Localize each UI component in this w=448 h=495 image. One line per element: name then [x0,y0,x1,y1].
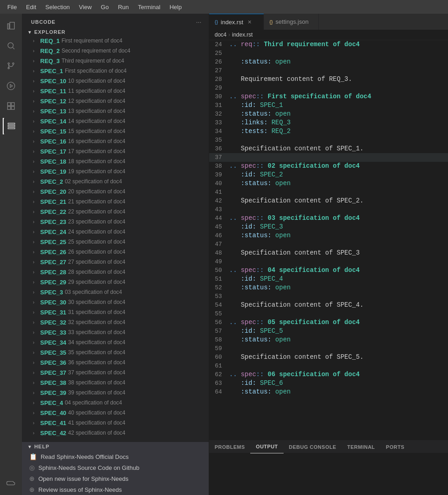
menu-edit[interactable]: Edit [22,2,40,12]
activity-extensions-icon[interactable] [3,98,19,114]
line-number: 53 [209,292,229,301]
tree-item[interactable]: ›SPEC_1313 specification of doc4 [22,106,209,116]
help-item[interactable]: ⊕Review issues of Sphinx-Needs [22,484,209,495]
tree-item-chevron-icon: › [33,300,38,305]
tree-item[interactable]: ›SPEC_1010 specification of doc4 [22,76,209,86]
breadcrumb-item-doc4[interactable]: doc4 [215,32,227,38]
tree-item-name: SPEC_10 [40,78,66,85]
help-section-header[interactable]: ▼ HELP [22,442,209,451]
tree-item-chevron-icon: › [33,79,38,84]
tree-item[interactable]: ›SPEC_3232 specification of doc4 [22,317,209,327]
tree-item[interactable]: ›SPEC_2727 specification of doc4 [22,257,209,267]
tree-item[interactable]: ›SPEC_1717 specification of doc4 [22,146,209,156]
breadcrumb-item-indexrst[interactable]: index.rst [232,32,253,38]
help-item[interactable]: 📋Read Sphinx-Needs Official Docs [22,451,209,462]
tree-item[interactable]: ›SPEC_404 specification of doc4 [22,398,209,408]
tree-item-desc: 03 specification of doc4 [65,289,122,295]
tree-item[interactable]: ›SPEC_3131 specification of doc4 [22,307,209,317]
tree-item[interactable]: ›SPEC_2929 specification of doc4 [22,277,209,287]
tree-item[interactable]: ›SPEC_3939 specification of doc4 [22,388,209,398]
activity-docker-icon[interactable] [3,475,19,491]
tree-item[interactable]: ›SPEC_2020 specification of doc4 [22,186,209,197]
tree-item[interactable]: ›SPEC_3535 specification of doc4 [22,347,209,357]
panel-tab-output[interactable]: OUTPUT [250,441,283,453]
menu-file[interactable]: File [4,2,21,12]
tree-item[interactable]: ›SPEC_2222 specification of doc4 [22,207,209,217]
panel-tab-ports[interactable]: PORTS [380,441,410,453]
code-line: 25 [209,49,448,58]
tree-item[interactable]: ›SPEC_2828 specification of doc4 [22,267,209,277]
menu-view[interactable]: View [75,2,95,12]
tree-item[interactable]: ›SPEC_1515 specification of doc4 [22,126,209,136]
tree-item[interactable]: ›SPEC_2121 specification of doc4 [22,197,209,207]
line-number: 38 [209,162,229,170]
tree-item[interactable]: ›SPEC_3333 specification of doc4 [22,327,209,337]
panel-tab-terminal[interactable]: TERMINAL [342,441,380,453]
tree-item[interactable]: ›SPEC_202 specification of doc4 [22,176,209,186]
tree-item[interactable]: ›SPEC_1212 specification of doc4 [22,96,209,106]
tree-item-name: SPEC_34 [40,339,66,346]
code-line: 37 [209,153,448,162]
line-content: Specification content of SPEC_3 [229,249,448,257]
tree-item[interactable]: ›SPEC_3838 specification of doc4 [22,378,209,388]
help-item[interactable]: ◎Sphinx-Needs Source Code on Github [22,462,209,473]
tree-item[interactable]: ›SPEC_303 specification of doc4 [22,287,209,297]
tree-item[interactable]: ›SPEC_1616 specification of doc4 [22,136,209,146]
panel-tab-debug-console[interactable]: DEBUG CONSOLE [284,441,342,453]
tree-item[interactable]: ›SPEC_4242 specification of doc4 [22,428,209,438]
tree-item[interactable]: ›REQ_3Third requirement of doc4 [22,56,209,66]
tree-item[interactable]: ›SPEC_3434 specification of doc4 [22,337,209,347]
tree-item-name: SPEC_22 [40,208,66,215]
tree-item[interactable]: ›SPEC_1919 specification of doc4 [22,166,209,176]
tree-item[interactable]: ›SPEC_3737 specification of doc4 [22,367,209,378]
line-number: 56 [209,318,229,327]
help-items: 📋Read Sphinx-Needs Official Docs◎Sphinx-… [22,451,209,495]
tree-item[interactable]: ›SPEC_2525 specification of doc4 [22,237,209,247]
menu-go[interactable]: Go [97,2,112,12]
menu-terminal[interactable]: Terminal [134,2,164,12]
svg-rect-10 [8,128,15,129]
tree-item[interactable]: ›SPEC_4141 specification of doc4 [22,418,209,428]
tree-item[interactable]: ›SPEC_3636 specification of doc4 [22,357,209,367]
explorer-chevron-icon: ▼ [27,30,32,35]
activity-run-icon[interactable] [3,78,19,94]
tree-item-name: SPEC_16 [40,138,66,145]
tree-item[interactable]: ›SPEC_1818 specification of doc4 [22,156,209,166]
line-content: :status: open [229,283,448,292]
line-number: 45 [209,223,229,231]
tree-item[interactable]: ›SPEC_2626 specification of doc4 [22,247,209,257]
tree-item[interactable]: ›SPEC_2323 specification of doc4 [22,217,209,227]
tree-item[interactable]: ›REQ_2Second requirement of doc4 [22,46,209,56]
tree-item[interactable]: ›SPEC_1414 specification of doc4 [22,116,209,126]
tab-close-button[interactable]: × [246,18,253,26]
code-line: 51 :id: SPEC_4 [209,275,448,283]
editor-tab-index-rst[interactable]: {}index.rst× [209,14,264,30]
tree-item-name: SPEC_24 [40,229,66,235]
help-item[interactable]: ⊕Open new issue for Sphinx-Needs [22,473,209,484]
menu-selection[interactable]: Selection [42,2,73,12]
activity-search-icon[interactable] [3,37,19,54]
panel-tab-problems[interactable]: PROBLEMS [209,441,250,453]
activity-needsview-icon[interactable] [3,118,19,134]
tree-item[interactable]: ›SPEC_2424 specification of doc4 [22,227,209,237]
line-content: :tests: REQ_2 [229,127,448,136]
tree-item[interactable]: ›SPEC_1111 specification of doc4 [22,86,209,96]
tree-item-chevron-icon: › [33,431,38,436]
tree-item[interactable]: ›REQ_1First requirement of doc4 [22,36,209,46]
editor-tab-settings-json[interactable]: {}settings.json [264,14,319,30]
tree-item-name: SPEC_17 [40,148,66,155]
activity-explorer-icon[interactable] [3,17,19,34]
code-line: 28 Requirement content of REQ_3. [209,75,448,84]
svg-point-1 [8,63,9,64]
activity-source-control-icon[interactable] [3,58,19,74]
explorer-section[interactable]: ▼ EXPLORER [22,28,209,36]
menu-run[interactable]: Run [114,2,132,12]
tree-item-chevron-icon: › [33,320,38,325]
code-line: 30.. spec:: First specification of doc4 [209,92,448,101]
tree-item[interactable]: ›SPEC_3030 specification of doc4 [22,297,209,307]
tree-item[interactable]: ›SPEC_1First specification of doc4 [22,66,209,76]
code-editor[interactable]: 24.. req:: Third requirement of doc42526… [209,40,448,440]
sidebar-more-button[interactable]: ··· [194,17,203,27]
menu-help[interactable]: Help [166,2,185,12]
tree-item[interactable]: ›SPEC_4040 specification of doc4 [22,408,209,418]
